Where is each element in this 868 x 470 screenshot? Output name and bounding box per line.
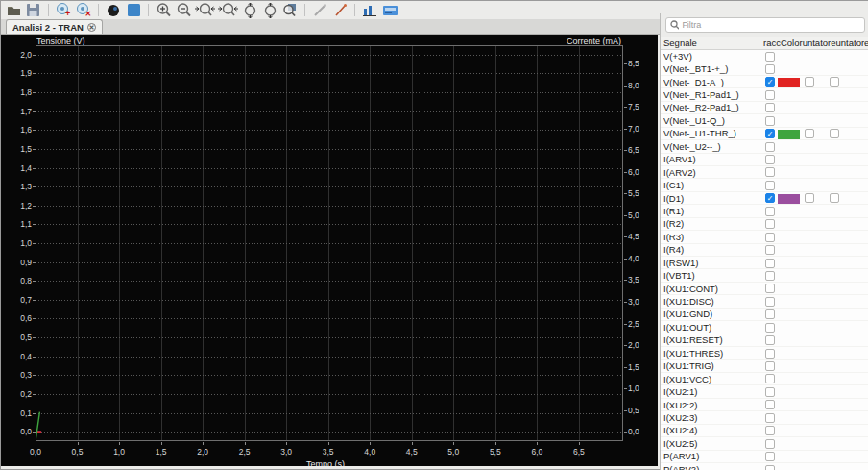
plot-panel[interactable]: Tensione (V) Corrente (mA) Tempo (s) 2,0… — [1, 35, 658, 466]
signal-row[interactable]: I(XU1:TRIG) — [661, 360, 868, 373]
trace-checkbox[interactable] — [765, 452, 775, 461]
trace-checkbox[interactable]: ✓ — [765, 129, 775, 138]
trace-checkbox[interactable] — [765, 245, 775, 255]
signal-row[interactable]: I(ARV1) — [661, 154, 868, 166]
new-plot-icon[interactable]: + — [55, 3, 72, 18]
signal-row[interactable]: P(ARV1) — [661, 451, 868, 463]
cursor-checkbox[interactable] — [830, 129, 839, 138]
sim-settings-icon[interactable] — [125, 3, 142, 18]
trace-checkbox[interactable] — [765, 465, 775, 470]
signal-row[interactable]: I(XU2:5) — [661, 437, 868, 450]
signal-row[interactable]: I(XU2:3) — [661, 411, 868, 424]
probe-dot-icon[interactable] — [105, 3, 122, 18]
trace-checkbox[interactable] — [765, 439, 775, 449]
trace-checkbox[interactable] — [765, 219, 775, 229]
cursor-checkbox[interactable] — [805, 193, 814, 203]
signal-row[interactable]: P(ARV2) — [661, 463, 868, 470]
signal-row[interactable]: V(Net-_D1-A_)✓ — [661, 76, 868, 88]
trace-checkbox[interactable] — [765, 207, 775, 216]
voltage-probe-icon[interactable] — [311, 3, 328, 18]
signal-row[interactable]: I(RSW1) — [661, 257, 868, 269]
close-plot-icon[interactable]: ✕ — [75, 3, 92, 18]
zoom-fit-icon[interactable] — [281, 3, 299, 18]
signal-row[interactable]: V(Net-_U2--_) — [661, 140, 868, 153]
trace-checkbox[interactable] — [765, 155, 775, 164]
signal-row[interactable]: I(XU1:RESET) — [661, 334, 868, 347]
trace-color-swatch[interactable] — [778, 130, 800, 139]
trace-checkbox[interactable] — [765, 426, 775, 435]
signal-row[interactable]: I(R3) — [661, 231, 868, 243]
zoom-fit-horizontal-alt-icon[interactable] — [218, 3, 238, 18]
cursor-checkbox[interactable] — [805, 77, 814, 87]
trace-checkbox[interactable] — [765, 284, 775, 293]
signal-row[interactable]: V(+3V) — [661, 50, 868, 62]
signal-row[interactable]: I(XU1:CONT) — [661, 283, 868, 295]
trace-checkbox[interactable] — [765, 413, 775, 423]
signal-row[interactable]: V(Net-_U1-Q_) — [661, 114, 868, 127]
signal-row[interactable]: V(Net-_R2-Pad1_) — [661, 102, 868, 114]
trace-checkbox[interactable] — [765, 52, 775, 62]
trace-checkbox[interactable] — [765, 361, 775, 371]
trace-checkbox[interactable] — [765, 309, 775, 319]
trace-checkbox[interactable] — [765, 64, 775, 74]
axis-tick-label: 0,5 — [72, 447, 84, 457]
trace-checkbox[interactable] — [765, 233, 775, 242]
filter-box[interactable] — [665, 17, 865, 33]
signal-row[interactable]: I(R4) — [661, 244, 868, 257]
sim-command-icon[interactable] — [361, 3, 378, 18]
cursor-checkbox[interactable] — [830, 193, 839, 203]
signal-row[interactable]: I(D1)✓ — [661, 192, 868, 205]
signal-row[interactable]: V(Net-_BT1-+_) — [661, 62, 868, 75]
signal-row[interactable]: I(XU1:GND) — [661, 309, 868, 321]
cursor-checkbox[interactable] — [830, 77, 839, 87]
cursor-checkbox[interactable] — [805, 129, 814, 138]
signal-label: V(Net-_U1-THR_) — [663, 128, 736, 138]
trace-color-swatch[interactable] — [778, 194, 800, 204]
trace-checkbox[interactable] — [765, 271, 775, 281]
zoom-fit-vertical-icon[interactable] — [241, 3, 258, 18]
trace-checkbox[interactable] — [765, 349, 775, 359]
trace-checkbox[interactable] — [765, 259, 775, 268]
trace-checkbox[interactable]: ✓ — [765, 77, 775, 87]
tab-analisi-2-tran[interactable]: Analisi 2 - TRAN ✕ — [6, 19, 103, 34]
signal-row[interactable]: I(XU1:DISC) — [661, 295, 868, 308]
signal-row[interactable]: I(C1) — [661, 179, 868, 191]
trace-checkbox[interactable] — [765, 167, 775, 177]
trace-checkbox[interactable] — [765, 297, 775, 307]
zoom-in-icon[interactable] — [155, 3, 172, 18]
signal-row[interactable]: I(R2) — [661, 218, 868, 231]
signal-row[interactable]: I(XU1:OUT) — [661, 321, 868, 334]
trace-checkbox[interactable] — [765, 103, 775, 112]
zoom-fit-vertical-alt-icon[interactable] — [261, 3, 278, 18]
open-workbook-icon[interactable] — [5, 3, 22, 18]
trace-checkbox[interactable] — [765, 400, 775, 409]
signal-row[interactable]: I(VBT1) — [661, 269, 868, 282]
zoom-fit-horizontal-icon[interactable] — [195, 3, 215, 18]
trace-checkbox[interactable] — [765, 90, 775, 100]
signal-row[interactable]: I(XU1:VCC) — [661, 373, 868, 385]
trace-checkbox[interactable] — [765, 335, 775, 345]
trace-checkbox[interactable] — [765, 374, 775, 383]
trace-checkbox[interactable] — [765, 116, 775, 126]
trace-checkbox[interactable]: ✓ — [765, 193, 775, 203]
signals-list[interactable]: V(+3V)V(Net-_BT1-+_)V(Net-_D1-A_)✓V(Net-… — [661, 50, 868, 470]
zoom-out-icon[interactable] — [175, 3, 192, 18]
trace-checkbox[interactable] — [765, 181, 775, 190]
tune-probe-icon[interactable] — [331, 3, 349, 18]
show-netlist-icon[interactable] — [381, 3, 398, 18]
trace-checkbox[interactable] — [765, 323, 775, 333]
save-workbook-icon[interactable] — [25, 3, 42, 18]
trace-color-swatch[interactable] — [778, 78, 800, 87]
signal-row[interactable]: V(Net-_R1-Pad1_) — [661, 88, 868, 101]
filter-input[interactable] — [682, 20, 860, 30]
signal-row[interactable]: I(XU1:THRES) — [661, 347, 868, 359]
signal-row[interactable]: I(XU2:2) — [661, 399, 868, 411]
tab-close-icon[interactable]: ✕ — [87, 23, 96, 32]
signal-row[interactable]: I(ARV2) — [661, 166, 868, 179]
trace-checkbox[interactable] — [765, 387, 775, 397]
trace-checkbox[interactable] — [765, 142, 775, 152]
signal-row[interactable]: I(XU2:1) — [661, 385, 868, 398]
signal-row[interactable]: I(XU2:4) — [661, 425, 868, 437]
signal-row[interactable]: I(R1) — [661, 205, 868, 217]
signal-row[interactable]: V(Net-_U1-THR_)✓ — [661, 128, 868, 140]
